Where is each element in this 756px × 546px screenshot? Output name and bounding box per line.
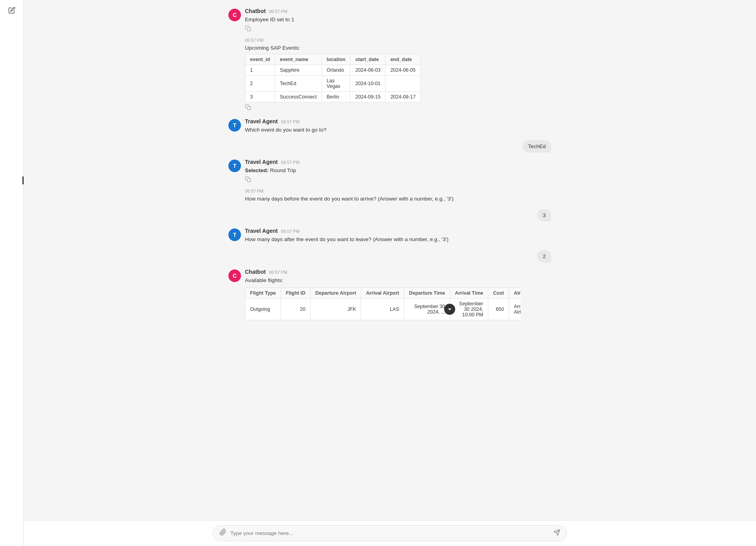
- event-start-3: 2024-09-15: [350, 91, 385, 102]
- event-end-2: [385, 75, 421, 91]
- col-arrival-airport: Arrival Airport: [361, 288, 404, 298]
- chatbot-avatar-1: C: [228, 9, 241, 21]
- event-location-2: LasVegas: [322, 75, 350, 91]
- user-reply-2-days: 2: [228, 250, 551, 262]
- sidebar: [0, 0, 24, 546]
- col-location: location: [322, 54, 350, 65]
- sap-event-row-2: 2 TechEd LasVegas 2024-10-01: [245, 75, 421, 91]
- chatbot-2-header: Chatbot 06:57 PM: [245, 269, 521, 275]
- travel-agent-3-content: Travel Agent 06:57 PM How many days afte…: [245, 228, 448, 243]
- edit-icon[interactable]: [6, 5, 17, 16]
- travel-agent-avatar-3: T: [228, 228, 241, 241]
- event-start-2: 2024-10-01: [350, 75, 385, 91]
- col-event-id: event_id: [245, 54, 275, 65]
- ta1-header: Travel Agent 06:57 PM: [245, 118, 326, 124]
- travel-agent-message-3: T Travel Agent 06:57 PM How many days af…: [228, 228, 551, 243]
- travel-agent-message-2: T Travel Agent 06:57 PM Selected: Round …: [228, 159, 551, 203]
- event-name-2: TechEd: [275, 75, 322, 91]
- send-icon[interactable]: [553, 529, 560, 538]
- sap-events-submessage: 06:57 PM Upcoming SAP Events: event_id e…: [245, 38, 421, 111]
- departure-time-1: September 30 2024, ...: [404, 298, 450, 320]
- event-end-1: 2024-06-05: [385, 65, 421, 75]
- chatbot-1-sender: Chatbot: [245, 8, 266, 14]
- ta2-sub-body: How many days before the event do you wa…: [245, 195, 454, 203]
- ta2-time: 06:57 PM: [281, 160, 300, 165]
- col-start-date: start_date: [350, 54, 385, 65]
- chat-input-wrapper: [213, 525, 567, 541]
- ta2-prefix: Selected:: [245, 167, 269, 173]
- flight-id-1: 20: [281, 298, 310, 320]
- cursor-indicator: [22, 176, 24, 184]
- chatbot-1-header: Chatbot 06:57 PM: [245, 8, 421, 14]
- ta3-time: 06:57 PM: [281, 229, 300, 234]
- chatbot-avatar-2: C: [228, 269, 241, 282]
- user-bubble-2: 2: [537, 250, 551, 262]
- flights-table: Flight Type Flight ID Departure Airport …: [245, 288, 521, 320]
- ta1-body: Which event do you want to go to?: [245, 126, 326, 134]
- flight-row-1: Outgoing 20 JFK LAS September 30 2024, .…: [245, 298, 521, 320]
- ta1-sender: Travel Agent: [245, 118, 278, 124]
- main-content: C Chatbot 06:57 PM Employee ID set to 1: [24, 0, 756, 546]
- travel-agent-1-content: Travel Agent 06:57 PM Which event do you…: [245, 118, 326, 134]
- chatbot-2-body: Available flights:: [245, 277, 521, 284]
- flights-table-wrapper: Flight Type Flight ID Departure Airport …: [245, 286, 521, 320]
- chat-input-area: [24, 520, 756, 546]
- copy-icon-3[interactable]: [245, 176, 252, 183]
- copy-icon-2[interactable]: [245, 104, 252, 111]
- travel-agent-avatar-1: T: [228, 119, 241, 132]
- event-start-1: 2024-06-03: [350, 65, 385, 75]
- col-airline: Airline: [509, 288, 521, 298]
- chatbot-1-body: Employee ID set to 1: [245, 16, 421, 24]
- chatbot-message-1-content: Chatbot 06:57 PM Employee ID set to 1 06…: [245, 8, 421, 112]
- sap-events-timestamp: 06:57 PM: [245, 38, 421, 43]
- flights-header-row: Flight Type Flight ID Departure Airport …: [245, 288, 521, 298]
- ta3-header: Travel Agent 06:57 PM: [245, 228, 448, 234]
- svg-rect-0: [247, 28, 251, 31]
- copy-icon-1[interactable]: [245, 25, 252, 32]
- scroll-down-button[interactable]: [444, 304, 455, 315]
- col-event-name: event_name: [275, 54, 322, 65]
- ta2-sub-timestamp: 06:57 PM: [245, 189, 454, 193]
- event-location-3: Berlin: [322, 91, 350, 102]
- sap-event-row-1: 1 Sapphire Orlando 2024-06-03 2024-06-05: [245, 65, 421, 75]
- chatbot-2-time: 06:57 PM: [269, 270, 287, 275]
- chat-area: C Chatbot 06:57 PM Employee ID set to 1: [24, 0, 756, 546]
- chatbot-2-sender: Chatbot: [245, 269, 266, 275]
- chatbot-1-time: 06:57 PM: [269, 9, 287, 14]
- travel-agent-avatar-2: T: [228, 160, 241, 172]
- sap-events-label: Upcoming SAP Events:: [245, 44, 421, 52]
- col-arrival-time: Arrival Time: [450, 288, 488, 298]
- attach-icon[interactable]: [219, 529, 226, 538]
- event-id-2: 2: [245, 75, 275, 91]
- travel-agent-message-1: T Travel Agent 06:57 PM Which event do y…: [228, 118, 551, 134]
- departure-airport-1: JFK: [310, 298, 361, 320]
- ta2-submessage: 06:57 PM How many days before the event …: [245, 189, 454, 203]
- flight-type-1: Outgoing: [245, 298, 281, 320]
- svg-rect-2: [247, 178, 251, 182]
- user-reply-teched: TechEd: [228, 140, 551, 152]
- event-location-1: Orlando: [322, 65, 350, 75]
- event-id-3: 3: [245, 91, 275, 102]
- col-flight-id: Flight ID: [281, 288, 310, 298]
- message-container: C Chatbot 06:57 PM Employee ID set to 1: [213, 8, 567, 320]
- col-departure-time: Departure Time: [404, 288, 450, 298]
- ta2-header: Travel Agent 06:57 PM: [245, 159, 454, 165]
- col-end-date: end_date: [385, 54, 421, 65]
- travel-agent-2-content: Travel Agent 06:57 PM Selected: Round Tr…: [245, 159, 454, 203]
- ta3-body: How many days after the event do you wan…: [245, 236, 448, 243]
- ta2-value: Round Trip: [270, 167, 296, 173]
- ta2-body: Selected: Round Trip: [245, 167, 454, 175]
- event-name-1: Sapphire: [275, 65, 322, 75]
- user-bubble-teched: TechEd: [523, 140, 551, 152]
- event-id-1: 1: [245, 65, 275, 75]
- sap-events-table: event_id event_name location start_date …: [245, 54, 421, 102]
- arrival-time-1: September 30 2024, 10:00 PM: [450, 298, 488, 320]
- arrival-airport-1: LAS: [361, 298, 404, 320]
- ta2-sender: Travel Agent: [245, 159, 278, 165]
- col-flight-type: Flight Type: [245, 288, 281, 298]
- user-reply-3: 3: [228, 209, 551, 221]
- ta1-time: 06:57 PM: [281, 119, 300, 124]
- col-cost: Cost: [488, 288, 509, 298]
- user-bubble-3: 3: [537, 209, 551, 221]
- chat-input[interactable]: [230, 530, 549, 536]
